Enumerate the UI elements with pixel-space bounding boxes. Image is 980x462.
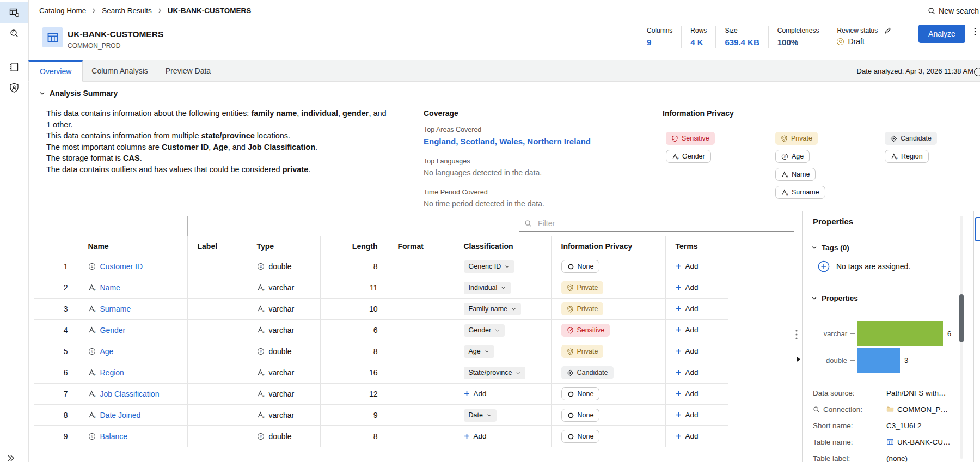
caret-right-icon bbox=[796, 356, 801, 362]
varchar-icon: # bbox=[88, 305, 96, 313]
varchar-icon: # bbox=[257, 305, 265, 313]
privacy-tag[interactable]: Private bbox=[561, 281, 604, 294]
privacy-tag[interactable]: None bbox=[561, 387, 600, 400]
add-label: Add bbox=[685, 368, 699, 376]
privacy-tag[interactable]: Candidate bbox=[561, 366, 614, 379]
analysis-summary-header[interactable]: Analysis Summary bbox=[39, 89, 118, 98]
analyze-button[interactable]: Analyze bbox=[918, 25, 965, 43]
privacy-overview-tag[interactable]: #Age bbox=[775, 150, 810, 163]
privacy-tag[interactable]: None bbox=[561, 260, 600, 273]
column-name-link[interactable]: Date Joined bbox=[100, 411, 141, 420]
privacy-overview-tag[interactable]: Candidate bbox=[885, 132, 937, 145]
panel-toggle-button[interactable] bbox=[975, 217, 980, 241]
double-icon: # bbox=[257, 433, 265, 440]
chart-category-label: double bbox=[803, 356, 847, 364]
sidebar-item-governance[interactable] bbox=[0, 77, 28, 98]
column-name-link[interactable]: Surname bbox=[100, 305, 131, 313]
classification-cell: Add bbox=[454, 426, 551, 447]
privacy-tag[interactable]: None bbox=[561, 409, 600, 422]
classification-dropdown[interactable]: Date bbox=[464, 409, 497, 422]
diamond-icon bbox=[890, 135, 897, 142]
terms-add-button[interactable]: Add bbox=[676, 305, 699, 313]
overflow-menu-button[interactable] bbox=[971, 27, 978, 40]
summary-line: The storage format is CAS. bbox=[46, 153, 387, 164]
plus-icon bbox=[676, 327, 682, 333]
classification-cell: State/province bbox=[454, 362, 551, 384]
terms-add-button[interactable]: Add bbox=[676, 283, 699, 291]
privacy-overview-tag[interactable]: #Gender bbox=[666, 150, 711, 163]
varchar-icon: # bbox=[781, 189, 788, 196]
sidebar-item-catalog[interactable] bbox=[0, 2, 28, 23]
classification-dropdown[interactable]: Family name bbox=[464, 303, 522, 315]
classification-dropdown[interactable]: Gender bbox=[464, 324, 505, 337]
label-cell bbox=[187, 277, 247, 299]
terms-add-button[interactable]: Add bbox=[676, 262, 699, 270]
classification-add-button[interactable]: Add bbox=[464, 432, 487, 440]
classification-add-button[interactable]: Add bbox=[464, 390, 487, 398]
classification-label: Age bbox=[469, 348, 481, 355]
privacy-overview-tag[interactable]: Sensitive bbox=[666, 132, 715, 145]
privacy-tag[interactable]: None bbox=[561, 430, 600, 443]
column-name-link[interactable]: Balance bbox=[100, 432, 128, 441]
classification-dropdown[interactable]: Individual bbox=[464, 282, 511, 294]
svg-text:#: # bbox=[896, 157, 898, 160]
sidebar-item-reference[interactable] bbox=[0, 57, 28, 77]
sidebar-expand-button[interactable] bbox=[7, 454, 15, 462]
panel-scrollbar-thumb[interactable] bbox=[959, 294, 964, 342]
terms-cell: Add bbox=[665, 277, 728, 299]
privacy-tag[interactable]: Private bbox=[561, 345, 604, 358]
stat-label: Size bbox=[725, 27, 759, 34]
panel-collapse-arrow[interactable] bbox=[796, 355, 801, 361]
privacy-overview-tag[interactable]: #Surname bbox=[775, 186, 825, 199]
column-name-link[interactable]: Customer ID bbox=[100, 262, 143, 271]
terms-add-button[interactable]: Add bbox=[676, 368, 699, 376]
classification-dropdown[interactable]: State/province bbox=[464, 367, 526, 379]
panel-drag-handle[interactable] bbox=[795, 329, 798, 340]
type-cell: #varchar bbox=[247, 405, 320, 426]
column-name-link[interactable]: Region bbox=[100, 368, 124, 377]
detail-value[interactable]: COMMON_P… bbox=[886, 405, 948, 414]
plus-icon bbox=[464, 391, 470, 397]
terms-add-button[interactable]: Add bbox=[676, 390, 699, 398]
privacy-overview-tag[interactable]: #Region bbox=[885, 150, 929, 163]
tab-preview-data[interactable]: Preview Data bbox=[157, 60, 219, 81]
label-cell bbox=[187, 405, 247, 426]
column-name-link[interactable]: Name bbox=[100, 283, 120, 292]
privacy-tag[interactable]: Private bbox=[561, 302, 604, 315]
tag-label: Candidate bbox=[901, 135, 932, 142]
privacy-tag[interactable]: Sensitive bbox=[561, 324, 610, 337]
filter-input[interactable] bbox=[537, 218, 794, 228]
terms-add-button[interactable]: Add bbox=[676, 347, 699, 355]
coverage-areas-link[interactable]: England, Scotland, Wales, Northern Irela… bbox=[424, 137, 591, 146]
tab-overview[interactable]: Overview bbox=[28, 60, 83, 82]
column-name-link[interactable]: Job Classification bbox=[100, 390, 160, 398]
row-number-cell: 7 bbox=[34, 384, 78, 405]
terms-add-button[interactable]: Add bbox=[676, 326, 699, 334]
pencil-icon[interactable] bbox=[884, 27, 892, 34]
classification-label: Gender bbox=[469, 326, 492, 334]
classification-dropdown[interactable]: Age bbox=[464, 345, 494, 358]
format-cell bbox=[388, 426, 454, 447]
detail-label: Connection: bbox=[813, 405, 886, 414]
new-search-button[interactable]: New search bbox=[928, 7, 979, 15]
terms-add-button[interactable]: Add bbox=[676, 432, 699, 440]
column-name-link[interactable]: Age bbox=[100, 347, 114, 356]
analysis-summary-text: This data contains information about the… bbox=[46, 108, 387, 175]
tag-label: Private bbox=[577, 348, 598, 355]
sidebar-item-discover[interactable] bbox=[0, 23, 28, 44]
column-name-link[interactable]: Gender bbox=[100, 326, 126, 335]
stat-label: Columns bbox=[647, 27, 672, 34]
privacy-overview-tag[interactable]: Private bbox=[775, 132, 818, 145]
classification-dropdown[interactable]: Generic ID bbox=[464, 260, 515, 273]
privacy-overview-tag[interactable]: #Name bbox=[775, 168, 816, 181]
properties-section-header[interactable]: Properties bbox=[811, 294, 858, 302]
add-tag-button[interactable] bbox=[818, 260, 830, 272]
breadcrumb-search-results[interactable]: Search Results bbox=[102, 7, 152, 15]
tab-column-analysis[interactable]: Column Analysis bbox=[83, 60, 157, 81]
terms-add-button[interactable]: Add bbox=[676, 411, 699, 419]
tags-section-header[interactable]: Tags (0) bbox=[811, 244, 849, 252]
chart-category-label: varchar bbox=[803, 330, 847, 338]
privacy-cell: None bbox=[551, 426, 665, 447]
breadcrumb-catalog-home[interactable]: Catalog Home bbox=[39, 7, 86, 15]
add-label: Add bbox=[474, 390, 487, 398]
